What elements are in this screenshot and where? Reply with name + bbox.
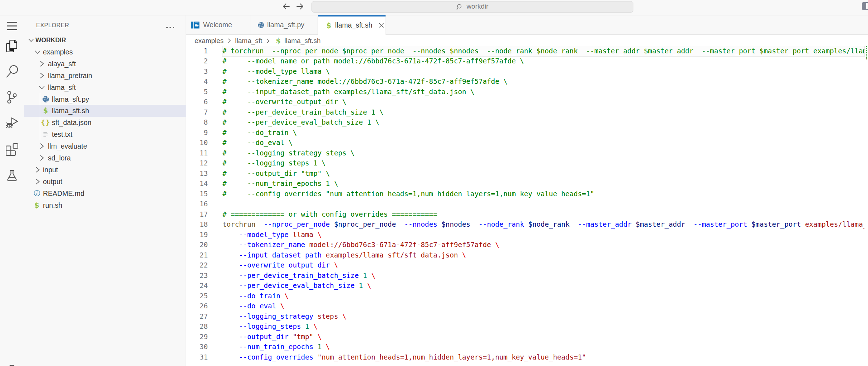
chevron-right-icon	[33, 165, 42, 174]
breadcrumb-item-llama_sft[interactable]: llama_sft	[235, 37, 262, 45]
tree-item-folder-output[interactable]: output	[24, 175, 186, 187]
code-token: \	[371, 271, 376, 280]
code-token	[458, 251, 462, 259]
tree-item-label: README.md	[43, 189, 84, 197]
chevron-right-icon	[38, 142, 46, 150]
code-line-17: # ============= or with config overrides…	[222, 210, 437, 220]
tab-Welcome[interactable]: Welcome	[186, 15, 250, 34]
activity-item-explorer[interactable]	[6, 40, 18, 52]
code-token: # --logging_steps 1 \	[222, 159, 326, 167]
tree-item-file-sft_data.json[interactable]: {}sft_data.json	[24, 117, 186, 129]
code-line-20: --tokenizer_name model://6bbd76c3-671a-4…	[222, 240, 499, 250]
tree-item-folder-llama_pretrain[interactable]: llama_pretrain	[24, 69, 186, 81]
shell-icon: $	[43, 106, 48, 115]
code-token	[396, 220, 404, 228]
tree-item-folder-sd_lora[interactable]: sd_lora	[24, 152, 186, 164]
code-token	[289, 231, 293, 239]
tab-icon	[191, 21, 200, 29]
code-token	[313, 333, 318, 341]
tree-item-label: examples	[43, 48, 73, 56]
code-token: --per_device_train_batch_size	[239, 271, 359, 280]
chevron-right-icon	[38, 71, 46, 80]
tree-item-folder-input[interactable]: input	[24, 164, 186, 175]
code-token: # --config_overrides "num_attention_head…	[222, 190, 594, 198]
activity-item-search[interactable]	[6, 65, 18, 78]
tab-icon	[257, 21, 265, 29]
tree-item-folder-llm_evaluate[interactable]: llm_evaluate	[24, 140, 186, 152]
code-token: model://6bbd76c3-671a-472f-85c7-aff9ef57…	[309, 241, 491, 249]
shell-icon: $	[327, 21, 332, 30]
command-center-search[interactable]: workdir	[312, 1, 633, 13]
code-token: \	[326, 343, 330, 351]
code-token	[309, 322, 314, 331]
tree-item-file-test.txt[interactable]: test.txt	[24, 129, 186, 140]
back-button[interactable]	[282, 3, 290, 10]
tree-item-file-llama_sft.sh[interactable]: $llama_sft.sh	[24, 105, 186, 117]
tree-item-folder-alaya_sft[interactable]: alaya_sft	[24, 58, 186, 69]
chevron-right-icon	[38, 142, 46, 150]
activity-item-source-control[interactable]	[6, 91, 18, 103]
activity-item-extensions[interactable]	[6, 143, 18, 156]
code-token: \	[495, 241, 499, 249]
code-token: llama	[293, 231, 313, 239]
tab-llama_sft.sh[interactable]: $llama_sft.sh	[318, 15, 386, 35]
line-number-19: 19	[186, 230, 208, 240]
python-icon	[258, 22, 264, 28]
tree-item-folder-WORKDIR[interactable]: WORKDIR	[24, 34, 186, 46]
close-tab-button[interactable]	[377, 21, 386, 30]
tree-item-label: WORKDIR	[35, 37, 66, 44]
code-token: 1	[305, 322, 309, 331]
code-token	[313, 343, 318, 351]
more-actions-button[interactable]	[165, 22, 176, 33]
line-number-17: 17	[186, 210, 208, 220]
tab-llama_sft.py[interactable]: llama_sft.py	[250, 15, 318, 34]
code-line-6: # --overwrite_output_dir \	[222, 97, 347, 107]
line-number-7: 7	[186, 107, 208, 118]
code-token	[569, 220, 578, 228]
code-token: # --model_type llama \	[222, 67, 330, 76]
code-token	[313, 312, 318, 321]
code-token: \	[462, 251, 466, 259]
search-value: workdir	[466, 3, 488, 10]
code-editor[interactable]: 1234567891011121314151617181920212223242…	[186, 46, 868, 366]
activity-item-menu[interactable]	[6, 20, 18, 32]
toggle-panel-button[interactable]	[862, 2, 868, 10]
code-token	[363, 281, 367, 290]
editor-scrollbar[interactable]	[865, 46, 868, 366]
tree-item-icon: $	[33, 201, 41, 210]
code-token: --overwrite_output_dir	[239, 261, 330, 269]
chevron-down-icon	[33, 48, 42, 56]
code-token	[313, 353, 318, 361]
code-token: \	[318, 333, 322, 341]
code-token	[330, 261, 334, 269]
code-token: "num_attention_heads=1,num_hidden_layers…	[318, 353, 586, 361]
code-line-8: # --per_device_eval_batch_size 1 \	[222, 117, 379, 128]
code-token: # --output_dir "tmp" \	[222, 169, 330, 178]
tree-item-folder-examples[interactable]: examples	[24, 46, 186, 58]
text-file-icon	[43, 131, 49, 138]
breadcrumb-item-llama_sft.sh[interactable]: llama_sft.sh	[284, 37, 320, 45]
line-number-4: 4	[186, 77, 208, 87]
chevron-down-icon	[27, 36, 35, 44]
code-token: "tmp"	[293, 333, 313, 341]
tree-item-folder-llama_sft[interactable]: llama_sft	[24, 81, 186, 93]
code-token	[338, 312, 342, 321]
line-number-18: 18	[186, 220, 208, 230]
tree-item-file-run.sh[interactable]: $run.sh	[24, 199, 186, 211]
code-token	[222, 261, 239, 269]
code-token: --logging_strategy	[239, 312, 313, 321]
breadcrumb-item-examples[interactable]: examples	[195, 37, 224, 45]
tree-item-file-README.md[interactable]: README.md	[24, 187, 186, 199]
activity-item-testing[interactable]	[6, 169, 18, 182]
line-number-6: 6	[186, 97, 208, 107]
chevron-right-icon	[33, 177, 42, 186]
line-number-1: 1	[186, 46, 208, 57]
activity-item-run-debug[interactable]	[6, 116, 18, 129]
tree-item-file-llama_sft.py[interactable]: llama_sft.py	[24, 93, 186, 105]
forward-button[interactable]	[296, 3, 304, 10]
breadcrumb-separator	[264, 37, 271, 44]
line-number-5: 5	[186, 87, 208, 97]
tree-item-label: llm_evaluate	[48, 142, 87, 150]
code-line-2: # --model_name_or_path model://6bbd76c3-…	[222, 56, 524, 67]
code-token: \	[318, 231, 322, 239]
